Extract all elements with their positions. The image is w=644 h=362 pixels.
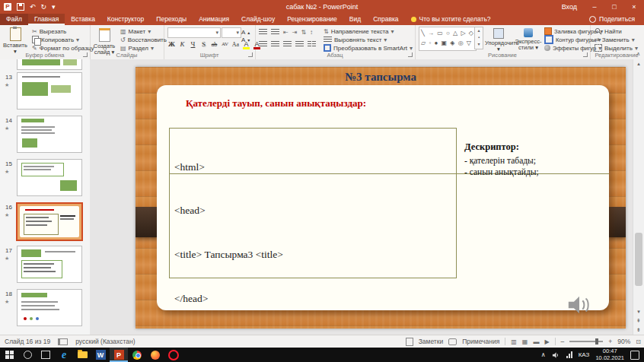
quick-styles-button[interactable]: Экспресс-стили ▾ xyxy=(514,27,543,51)
share-button[interactable]: Поделиться xyxy=(580,14,644,25)
slide-thumbnail[interactable] xyxy=(17,116,82,153)
text-direction-icon[interactable]: ⇅ xyxy=(301,29,306,36)
justify-icon[interactable] xyxy=(295,41,304,47)
tab-file[interactable]: Файл xyxy=(0,14,28,25)
zoom-slider-thumb[interactable] xyxy=(595,338,598,345)
scrollbar-thumb[interactable] xyxy=(635,233,642,286)
taskbar-app-powerpoint[interactable]: P xyxy=(110,348,128,362)
font-name-combo[interactable]: ▾ xyxy=(167,27,221,38)
tray-language-indicator[interactable]: КАЗ xyxy=(579,351,590,358)
shapes-gallery[interactable]: ╲ → ▭ ○ △ ▷ ◇ ☆ ▱ ◦ ● ▣ ◈ ◎ ▽ ■ xyxy=(419,27,477,51)
underline-button[interactable]: Ч xyxy=(189,40,197,48)
tray-network-icon[interactable] xyxy=(566,351,572,358)
format-painter-button[interactable]: ✎ Формат по образцу xyxy=(32,44,94,52)
tell-me-box[interactable]: Что вы хотите сделать? xyxy=(405,14,497,25)
normal-view-button[interactable]: ▥ xyxy=(511,338,517,345)
undo-icon[interactable]: ↶ xyxy=(30,3,36,11)
bullets-icon[interactable] xyxy=(259,29,267,35)
notes-button[interactable]: Заметки xyxy=(419,338,444,345)
descriptor-textbox[interactable]: Дескриптор: - қателерін табады; - санын … xyxy=(464,141,601,178)
slide-thumbnail[interactable] xyxy=(17,59,82,70)
tab-review[interactable]: Рецензирование xyxy=(281,14,343,25)
taskbar-app-explorer[interactable] xyxy=(73,348,91,362)
scroll-up-icon[interactable]: ▴ xyxy=(633,61,644,67)
italic-button[interactable]: К xyxy=(178,40,187,48)
tab-design[interactable]: Конструктор xyxy=(101,14,150,25)
zoom-slider[interactable] xyxy=(569,341,603,342)
language-indicator[interactable]: русский (Казахстан) xyxy=(75,338,135,345)
text-direction-button[interactable]: ⇅ Направление текста▾ xyxy=(324,27,394,35)
highlight-color-button[interactable]: A xyxy=(242,41,250,48)
clipboard-dialog-launcher[interactable] xyxy=(83,52,88,57)
tab-help[interactable]: Справка xyxy=(367,14,404,25)
start-slideshow-icon[interactable]: ↻ xyxy=(41,3,47,11)
taskbar-app-chrome[interactable] xyxy=(128,348,146,362)
task-view-button[interactable] xyxy=(37,348,55,362)
maximize-button[interactable]: □ xyxy=(604,0,624,14)
shapes-gallery-scroll[interactable]: ▴ ▪ ▾ xyxy=(474,27,483,49)
paragraph-dialog-launcher[interactable] xyxy=(408,52,413,57)
collapse-ribbon-icon[interactable]: ∧ xyxy=(636,51,640,57)
slide-thumbnail[interactable] xyxy=(17,246,82,283)
zoom-level[interactable]: 90% xyxy=(617,338,630,345)
start-button[interactable] xyxy=(0,348,18,362)
align-text-button[interactable]: Выровнять текст▾ xyxy=(324,36,387,43)
convert-smartart-button[interactable]: Преобразовать в SmartArt▾ xyxy=(324,44,413,52)
tab-view[interactable]: Вид xyxy=(343,14,367,25)
slide-thumbnail[interactable] xyxy=(17,159,82,196)
grow-font-button[interactable]: A▴ xyxy=(241,28,250,36)
next-slide-button[interactable]: ⇟ xyxy=(633,327,644,333)
strikethrough-button[interactable]: ab xyxy=(210,41,218,48)
numbering-icon[interactable] xyxy=(271,29,279,35)
scroll-down-icon[interactable]: ▾ xyxy=(633,309,644,315)
increase-indent-icon[interactable]: ⇥ xyxy=(292,29,298,36)
tray-clock[interactable]: 00:47 10.02.2021 xyxy=(595,348,624,361)
taskbar-app-firefox[interactable] xyxy=(146,348,164,362)
slide-title[interactable]: №3 тапсырма xyxy=(135,71,626,84)
align-left-icon[interactable] xyxy=(259,41,267,47)
tray-expand-icon[interactable]: ∧ xyxy=(541,351,546,358)
character-spacing-button[interactable]: AV xyxy=(221,41,229,47)
decrease-indent-icon[interactable]: ⇤ xyxy=(283,29,289,36)
minimize-button[interactable]: – xyxy=(585,0,604,14)
tab-slideshow[interactable]: Слайд-шоу xyxy=(235,14,281,25)
align-right-icon[interactable] xyxy=(283,41,292,47)
arrange-button[interactable]: Упорядочить ▾ xyxy=(485,27,512,52)
tab-home[interactable]: Главная xyxy=(28,14,65,25)
section-button[interactable]: ▤ Раздел▾ xyxy=(120,44,154,52)
tab-transitions[interactable]: Переходы xyxy=(150,14,193,25)
tray-volume-icon[interactable] xyxy=(552,351,560,359)
font-dialog-launcher[interactable] xyxy=(248,52,253,57)
task-heading[interactable]: Қателерді тауып, санын анықтаңыздар: xyxy=(186,97,366,110)
slideshow-view-button[interactable]: ▶ xyxy=(544,338,549,345)
select-button[interactable]: Выделить▾ xyxy=(595,44,638,52)
zoom-in-button[interactable]: + xyxy=(608,338,612,345)
previous-slide-button[interactable]: ⇞ xyxy=(633,318,644,324)
font-size-combo[interactable]: ▾ xyxy=(222,27,241,38)
slide-thumbnail[interactable] xyxy=(17,289,82,326)
text-shadow-button[interactable]: S xyxy=(199,40,208,48)
reset-button[interactable]: ↺ Восстановить xyxy=(120,36,167,43)
slide-sorter-view-button[interactable]: ▦ xyxy=(522,338,528,345)
sign-in-button[interactable]: Вход xyxy=(554,3,585,11)
columns-icon[interactable] xyxy=(308,41,316,47)
line-spacing-icon[interactable]: ↕ xyxy=(310,29,313,36)
layout-button[interactable]: ▥ Макет▾ xyxy=(120,27,151,35)
action-center-icon[interactable] xyxy=(630,351,639,360)
code-textbox[interactable]: <html> <head> <title> Тапсырма3 <title> … xyxy=(169,128,457,278)
taskbar-app-word[interactable]: W xyxy=(91,348,110,362)
slide-thumbnail-current[interactable] xyxy=(16,202,83,241)
replace-button[interactable]: ⇄ Заменить▾ xyxy=(595,36,635,43)
reading-view-button[interactable]: ▬ xyxy=(533,338,539,345)
paste-button[interactable]: Вставить▾ xyxy=(2,27,29,55)
find-button[interactable]: Найти xyxy=(595,27,622,35)
tab-animations[interactable]: Анимация xyxy=(193,14,235,25)
change-case-button[interactable]: Aa xyxy=(231,41,240,48)
slide-thumbnail[interactable] xyxy=(17,72,82,110)
tab-insert[interactable]: Вставка xyxy=(65,14,101,25)
save-icon[interactable] xyxy=(17,3,24,11)
align-center-icon[interactable] xyxy=(271,41,279,47)
taskbar-app-opera[interactable] xyxy=(164,348,183,362)
copy-button[interactable]: Копировать ▾ xyxy=(32,36,79,43)
taskbar-app-edge[interactable]: e xyxy=(55,348,73,362)
